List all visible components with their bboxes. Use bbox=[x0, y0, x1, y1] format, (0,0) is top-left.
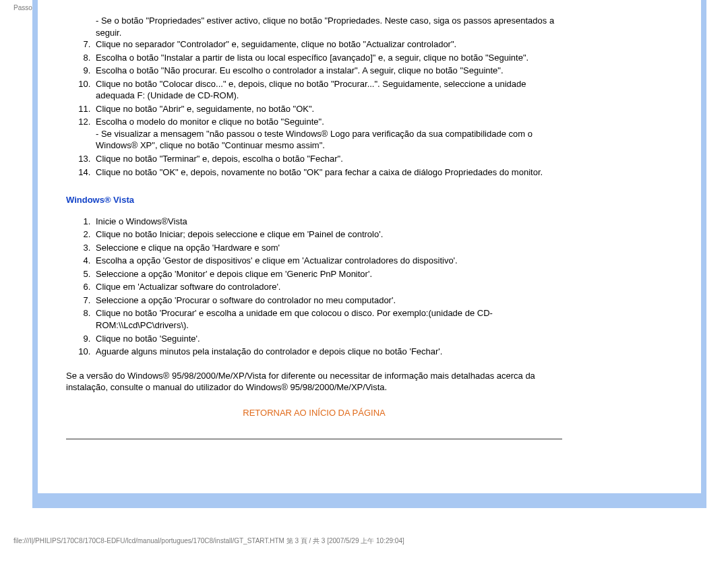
list-item: Seleccione a opção 'Procurar o software … bbox=[93, 294, 562, 307]
footer-path: file:///I|/PHILIPS/170C8/170C8-EDFU/lcd/… bbox=[13, 536, 404, 546]
list-item: Clique em 'Actualizar software do contro… bbox=[93, 281, 562, 293]
list-item: Clique no botão "OK" e, depois, novament… bbox=[93, 166, 562, 179]
list-item: Escolha o botão "Instalar a partir de li… bbox=[93, 52, 562, 64]
instructions-list-xp: Clique no separador "Controlador" e, seg… bbox=[66, 38, 562, 178]
list-item: Seleccione e clique na opção 'Hardware e… bbox=[93, 242, 562, 254]
list-item: Clique no separador "Controlador" e, seg… bbox=[93, 38, 562, 51]
list-item: Clique no botão "Colocar disco..." e, de… bbox=[93, 78, 562, 102]
section-title-vista: Windows® Vista bbox=[66, 194, 562, 206]
list-pre-line: - Se o botão "Propriedades" estiver acti… bbox=[96, 15, 562, 38]
closing-paragraph: Se a versão do Windows® 95/98/2000/Me/XP… bbox=[66, 370, 562, 394]
divider bbox=[66, 439, 562, 439]
content-area: - Se o botão "Propriedades" estiver acti… bbox=[38, 0, 590, 452]
list-item: Seleccione a opção 'Monitor' e depois cl… bbox=[93, 268, 562, 280]
list-item: Aguarde alguns minutos pela instalação d… bbox=[93, 346, 562, 358]
list-item: Inicie o Windows®Vista bbox=[93, 216, 562, 228]
list-item: Clique no botão Iniciar; depois seleccio… bbox=[93, 228, 562, 241]
instructions-list-vista: Inicie o Windows®VistaClique no botão In… bbox=[66, 216, 562, 358]
list-item: Escolha a opção 'Gestor de dispositivos'… bbox=[93, 255, 562, 267]
page-sheet: - Se o botão "Propriedades" estiver acti… bbox=[38, 0, 701, 493]
list-item: Clique no botão "Abrir" e, seguidamente,… bbox=[93, 103, 562, 115]
list-item: Escolha o botão "Não procurar. Eu escolh… bbox=[93, 65, 562, 77]
return-top-anchor[interactable]: RETORNAR AO INÍCIO DA PÁGINA bbox=[243, 408, 385, 418]
return-top-link[interactable]: RETORNAR AO INÍCIO DA PÁGINA bbox=[66, 407, 562, 419]
list-item: Clique no botão "Terminar" e, depois, es… bbox=[93, 153, 562, 165]
list-item: Clique no botão 'Seguinte'. bbox=[93, 333, 562, 345]
list-item: Escolha o modelo do monitor e clique no … bbox=[93, 116, 562, 152]
list-item: Clique no botão 'Procurar' e escolha a u… bbox=[93, 307, 562, 331]
outer-frame: - Se o botão "Propriedades" estiver acti… bbox=[32, 0, 706, 508]
list-sub-line: - Se visualizar a mensagem "não passou o… bbox=[96, 128, 562, 152]
